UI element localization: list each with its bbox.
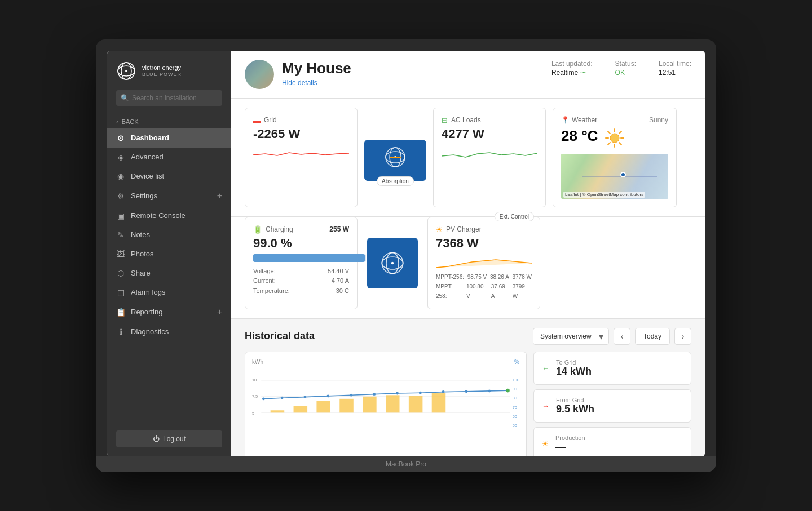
weather-title: 📍 Weather <box>561 116 597 124</box>
chart-y-label: kWh <box>252 359 263 365</box>
sidebar-item-label: Remote Console <box>131 211 186 220</box>
map-location-dot <box>620 172 626 177</box>
charging-percent: 99.0 % <box>253 236 349 251</box>
sidebar-item-reporting[interactable]: 📋 Reporting + <box>107 302 231 322</box>
logout-button[interactable]: ⏻ Log out <box>116 430 222 447</box>
inverter-column: Absorption <box>364 113 426 207</box>
hide-details-link[interactable]: Hide details <box>282 79 317 87</box>
alarm-logs-icon: ◫ <box>116 288 125 297</box>
svg-rect-30 <box>316 401 330 412</box>
sidebar-item-alarm-logs[interactable]: ◫ Alarm logs <box>107 283 231 302</box>
svg-point-41 <box>373 393 376 396</box>
svg-point-21 <box>391 261 394 264</box>
pv-mini-chart <box>436 254 532 270</box>
search-area: 🔍 <box>107 90 231 115</box>
location-pin-icon: 📍 <box>561 116 570 124</box>
grid-mini-chart <box>253 145 349 161</box>
center-connector <box>364 217 421 309</box>
sidebar-item-photos[interactable]: 🖼 Photos <box>107 245 231 264</box>
svg-line-17 <box>608 143 610 145</box>
search-input[interactable] <box>116 90 222 106</box>
sidebar-item-device-list[interactable]: ◉ Device list <box>107 167 231 186</box>
chart-area: kWh % 10 7.5 5 <box>245 352 527 456</box>
svg-point-42 <box>396 392 399 394</box>
grid-value: -2265 W <box>253 127 349 141</box>
local-time-value: 12:51 <box>659 69 691 77</box>
svg-point-43 <box>419 391 422 394</box>
prev-date-button[interactable]: ‹ <box>614 328 630 345</box>
sidebar-item-settings[interactable]: ⚙ Settings + <box>107 186 231 206</box>
house-title-area: My House Hide details <box>282 60 351 87</box>
header-meta: Last updated: Realtime 〜 Status: OK Loca… <box>551 60 691 77</box>
svg-text:10: 10 <box>252 377 257 382</box>
settings-expand-icon[interactable]: + <box>217 191 222 201</box>
main-content: My House Hide details Last updated: Real… <box>231 51 705 456</box>
historical-controls: System overview ‹ Today › <box>533 328 691 345</box>
sidebar-item-remote-console[interactable]: ▣ Remote Console <box>107 206 231 225</box>
sidebar-item-label: Photos <box>131 250 153 258</box>
svg-text:50: 50 <box>513 423 517 428</box>
production-sun-icon: ☀ <box>542 439 549 448</box>
status-meta: Status: OK <box>615 60 636 77</box>
svg-rect-29 <box>294 406 308 412</box>
back-arrow-icon: ‹ <box>116 118 118 125</box>
historical-title: Historical data <box>245 330 315 342</box>
ac-loads-title: ⊟ AC Loads <box>442 116 537 125</box>
historical-header: Historical data System overview ‹ Today … <box>245 328 691 345</box>
brand-sub: BLUE POWER <box>142 72 182 78</box>
svg-text:100: 100 <box>513 377 519 382</box>
svg-rect-28 <box>271 410 285 412</box>
screen: victron energy BLUE POWER 🔍 ‹ BACK ⊙ <box>107 51 705 456</box>
pv-mppt-details: MPPT-256: 98.75 V 38.26 A 3778 W MPPT-25… <box>436 272 532 301</box>
map-widget[interactable]: Leaflet | © OpenStreetMap contributors <box>561 154 668 199</box>
diagnostics-icon: ℹ <box>116 327 125 336</box>
svg-point-9 <box>610 134 619 143</box>
from-grid-arrow-icon: → <box>542 402 549 410</box>
sidebar-item-share[interactable]: ⬡ Share <box>107 264 231 283</box>
svg-point-40 <box>350 393 352 396</box>
logout-icon: ⏻ <box>153 435 160 443</box>
sun-icon <box>604 128 625 148</box>
chart-pct-label: % <box>514 359 519 365</box>
charge-bar-fill <box>253 254 365 262</box>
device-list-icon: ◉ <box>116 172 125 181</box>
view-dropdown-wrap: System overview <box>533 328 609 345</box>
sidebar-item-label: Alarm logs <box>131 288 165 296</box>
second-inverter-logo <box>380 251 405 276</box>
main-header: My House Hide details Last updated: Real… <box>231 51 705 99</box>
back-button[interactable]: ‹ BACK <box>107 115 231 128</box>
svg-text:70: 70 <box>513 405 517 410</box>
svg-text:5: 5 <box>252 410 254 415</box>
sidebar-item-dashboard[interactable]: ⊙ Dashboard <box>107 128 231 148</box>
svg-text:7.5: 7.5 <box>252 394 258 399</box>
reporting-expand-icon[interactable]: + <box>217 307 222 317</box>
view-dropdown[interactable]: System overview <box>533 328 609 345</box>
dashboard-icon: ⊙ <box>116 134 125 143</box>
realtime-wave-icon: 〜 <box>580 69 586 77</box>
sidebar-item-diagnostics[interactable]: ℹ Diagnostics <box>107 322 231 341</box>
status-value: OK <box>615 69 636 77</box>
logout-area: ⏻ Log out <box>107 421 231 456</box>
to-grid-arrow-icon: ← <box>542 364 549 372</box>
next-date-button[interactable]: › <box>674 328 691 345</box>
house-avatar-image <box>245 60 274 89</box>
svg-point-47 <box>506 388 510 392</box>
sidebar-item-advanced[interactable]: ◈ Advanced <box>107 148 231 167</box>
grid-card-title: ▬ Grid <box>253 116 349 125</box>
svg-rect-31 <box>339 398 354 412</box>
svg-text:90: 90 <box>513 386 517 392</box>
svg-text:60: 60 <box>513 414 517 419</box>
svg-line-14 <box>608 131 610 134</box>
sidebar-item-notes[interactable]: ✎ Notes <box>107 225 231 245</box>
absorption-badge: Absorption <box>377 176 414 186</box>
svg-point-37 <box>281 396 284 399</box>
weather-spacer <box>547 217 671 309</box>
chart-svg: 10 7.5 5 <box>252 370 519 437</box>
from-grid-stat: → From Grid 9.5 kWh <box>533 389 691 423</box>
search-icon: 🔍 <box>121 94 129 102</box>
svg-line-16 <box>619 131 621 134</box>
svg-point-3 <box>125 70 127 72</box>
sidebar-item-label: Share <box>131 269 151 277</box>
sidebar-item-label: Dashboard <box>131 134 169 142</box>
charge-bar-container <box>253 254 366 262</box>
